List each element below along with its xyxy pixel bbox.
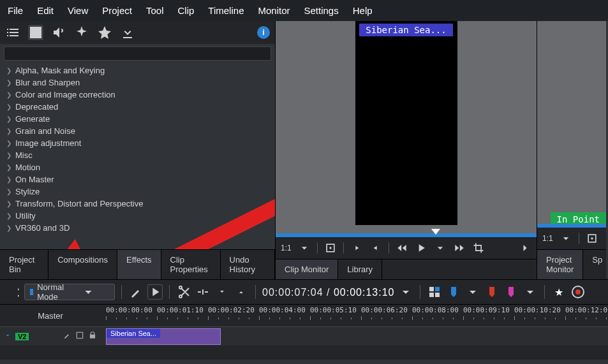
fit-screen-icon[interactable] — [324, 242, 337, 254]
right-panel-tabs: Project MonitorSp — [537, 249, 606, 279]
category-label: Transform, Distort and Perspective — [15, 199, 143, 208]
effects-category[interactable]: ❯Grain and Noise — [0, 125, 275, 137]
effects-category[interactable]: ❯Image adjustment — [0, 137, 275, 149]
tab-project-monitor[interactable]: Project Monitor — [537, 250, 583, 279]
tab-library[interactable]: Library — [338, 259, 382, 279]
effects-category[interactable]: ❯Misc — [0, 149, 275, 161]
timecode-dropdown-icon[interactable] — [398, 284, 413, 300]
clip-monitor-viewport[interactable]: Siberian Sea... — [276, 21, 537, 237]
category-label: Blur and Sharpen — [15, 78, 80, 87]
monitor-scrubber[interactable] — [276, 233, 537, 237]
ruler-timestamp: 00:00:05:10 — [310, 306, 357, 314]
timecode-total: 00:00:13:10 — [334, 287, 395, 298]
ruler-subtick — [402, 317, 403, 319]
insert-icon[interactable] — [214, 284, 230, 300]
menu-settings[interactable]: Settings — [304, 5, 339, 16]
track-effects-icon[interactable] — [63, 331, 71, 342]
effects-category[interactable]: ❯Generate — [0, 113, 275, 125]
zoom-dropdown-icon[interactable] — [298, 242, 311, 254]
effects-category[interactable]: ❯Color and Image correction — [0, 89, 275, 101]
ruler-timestamp: 00:00:04:00 — [259, 306, 306, 314]
collapse-track-icon[interactable] — [4, 331, 11, 341]
forward-icon[interactable] — [453, 242, 466, 254]
tab-effects[interactable]: Effects — [117, 250, 161, 279]
track-content[interactable]: Siberian Sea... — [101, 326, 608, 346]
tab-clip-properties[interactable]: Clip Properties — [161, 250, 221, 279]
track-label[interactable]: V2 — [15, 333, 29, 340]
marker-red-icon[interactable] — [484, 284, 500, 300]
timecode-display[interactable]: 00:00:07:04 / 00:00:13:10 — [262, 286, 394, 298]
menu-clip[interactable]: Clip — [178, 5, 195, 16]
effects-category[interactable]: ❯VR360 and 3D — [0, 222, 275, 234]
chevron-right-icon: ❯ — [6, 115, 11, 122]
category-label: Motion — [15, 163, 40, 172]
next-icon[interactable] — [519, 242, 531, 254]
track-lock-icon[interactable] — [88, 331, 97, 342]
set-in-icon[interactable] — [350, 242, 363, 254]
tab-undo-history[interactable]: Undo History — [221, 250, 275, 279]
zoom-dropdown-icon[interactable] — [560, 232, 572, 245]
tab-clip-monitor[interactable]: Clip Monitor — [276, 259, 338, 279]
clip-monitor-panel: Siberian Sea... 1:1 C — [276, 21, 537, 279]
menu-timeline[interactable]: Timeline — [208, 5, 244, 16]
set-out-icon[interactable] — [369, 242, 382, 254]
effects-category[interactable]: ❯Motion — [0, 161, 275, 173]
menu-edit[interactable]: Edit — [37, 5, 54, 16]
fit-screen-icon[interactable] — [586, 232, 598, 245]
settings-icon[interactable] — [5, 284, 20, 300]
zoom-label[interactable]: 1:1 — [281, 244, 292, 252]
effects-category[interactable]: ❯Blur and Sharpen — [0, 76, 275, 89]
effects-category[interactable]: ❯Stylize — [0, 186, 275, 198]
timeline-ruler[interactable]: 00:00:00:0000:00:01:1000:00:02:2000:00:0… — [101, 305, 608, 326]
chevron-right-icon: ❯ — [6, 91, 11, 98]
category-label: Grain and Noise — [15, 126, 75, 136]
project-monitor-scrubber[interactable] — [537, 224, 606, 228]
rewind-icon[interactable] — [396, 242, 408, 254]
film-icon[interactable] — [28, 25, 43, 40]
tab-compositions[interactable]: Compositions — [48, 250, 117, 279]
edit-mode-select[interactable]: Normal Mode — [24, 284, 115, 300]
svg-point-13 — [575, 289, 581, 295]
marker-pink-icon[interactable] — [503, 284, 519, 300]
marker-blue-icon[interactable] — [446, 284, 461, 300]
tab-project-bin[interactable]: Project Bin — [0, 250, 48, 279]
effects-category[interactable]: ❯Deprecated — [0, 101, 275, 113]
menu-tool[interactable]: Tool — [146, 5, 164, 16]
spacer-tool-icon[interactable] — [195, 284, 211, 300]
svg-rect-8 — [435, 293, 440, 297]
grid-icon[interactable] — [427, 284, 442, 300]
menu-view[interactable]: View — [68, 5, 88, 16]
magic-wand-icon[interactable] — [128, 284, 144, 300]
ruler-subtick — [228, 317, 229, 319]
play-dropdown-icon[interactable] — [434, 242, 447, 254]
menu-monitor[interactable]: Monitor — [258, 5, 290, 16]
project-monitor-viewport[interactable]: In Point — [537, 21, 606, 228]
effects-category[interactable]: ❯On Master — [0, 173, 275, 186]
menu-project[interactable]: Project — [102, 5, 132, 16]
effects-search-input[interactable] — [4, 47, 271, 61]
tab-sp[interactable]: Sp — [583, 250, 608, 279]
play-icon[interactable] — [415, 242, 427, 254]
marker-pink-dropdown-icon[interactable] — [523, 284, 538, 300]
crop-icon[interactable] — [472, 242, 485, 254]
marker-blue-dropdown-icon[interactable] — [465, 284, 480, 300]
favorite-icon[interactable]: ★ — [551, 284, 567, 300]
download-icon[interactable] — [120, 25, 135, 40]
info-icon[interactable]: i — [257, 26, 270, 39]
star-icon[interactable] — [97, 25, 112, 40]
menu-help[interactable]: Help — [353, 5, 373, 16]
cut-icon[interactable] — [176, 284, 191, 300]
record-icon[interactable] — [570, 284, 586, 300]
list-icon[interactable] — [5, 25, 20, 40]
effects-category[interactable]: ❯Transform, Distort and Perspective — [0, 198, 275, 210]
track-film-icon[interactable] — [75, 331, 84, 342]
cursor-tool-icon[interactable] — [147, 284, 163, 300]
effects-category[interactable]: ❯Alpha, Mask and Keying — [0, 64, 275, 76]
zoom-label[interactable]: 1:1 — [542, 234, 553, 243]
menu-file[interactable]: File — [8, 5, 23, 16]
timeline-clip[interactable]: Siberian Sea... — [106, 328, 221, 345]
speaker-icon[interactable] — [51, 25, 66, 40]
sparkle-icon[interactable] — [74, 25, 89, 40]
effects-category[interactable]: ❯Utility — [0, 210, 275, 222]
overwrite-icon[interactable] — [234, 284, 249, 300]
